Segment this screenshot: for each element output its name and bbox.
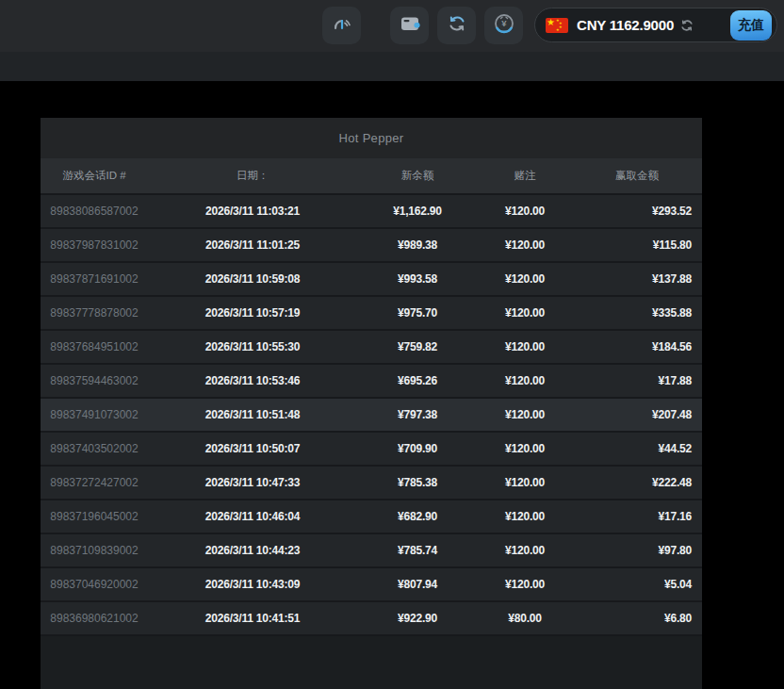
cell-bet: ¥120.00 bbox=[478, 194, 572, 228]
cell-bet: ¥120.00 bbox=[478, 567, 572, 601]
wallet-button[interactable] bbox=[390, 7, 429, 44]
cell-date: 2026/3/11 11:01:25 bbox=[148, 228, 357, 262]
col-header-win-amount: 赢取金额 bbox=[572, 158, 702, 194]
table-row: 898371098390022026/3/11 10:44:23¥785.74¥… bbox=[41, 533, 702, 567]
cell-bet: ¥120.00 bbox=[478, 500, 572, 533]
cell-date: 2026/3/11 10:41:51 bbox=[148, 601, 357, 635]
header-row: 游戏会话ID # 日期： 新余额 赌注 赢取金额 bbox=[41, 158, 702, 194]
cell-session-id: 89837272427002 bbox=[41, 466, 148, 500]
col-header-date: 日期： bbox=[148, 158, 357, 194]
cell-new-balance: ¥785.38 bbox=[357, 466, 478, 500]
cell-date: 2026/3/11 11:03:21 bbox=[148, 194, 357, 228]
cell-new-balance: ¥797.38 bbox=[357, 398, 478, 432]
cell-new-balance: ¥695.26 bbox=[357, 364, 478, 398]
balance-amount: CNY 1162.9000 bbox=[577, 17, 674, 33]
table-row: 898374910730022026/3/11 10:51:48¥797.38¥… bbox=[41, 398, 702, 432]
currency-exchange-button[interactable]: ¥ bbox=[484, 7, 523, 44]
cell-date: 2026/3/11 10:50:07 bbox=[148, 432, 357, 466]
cell-new-balance: ¥759.82 bbox=[357, 330, 478, 364]
table-row: 898380865870022026/3/11 11:03:21¥1,162.9… bbox=[41, 194, 702, 228]
game-history-panel: Hot Pepper 游戏会话ID # 日期： 新余额 赌注 赢取金额 8983… bbox=[41, 118, 702, 689]
speed-gauge-button[interactable] bbox=[322, 7, 361, 44]
cell-win-amount: ¥97.80 bbox=[572, 533, 702, 567]
cell-session-id: 89837778878002 bbox=[41, 296, 148, 330]
cell-bet: ¥120.00 bbox=[478, 398, 572, 432]
cell-session-id: 89837046920002 bbox=[41, 567, 148, 601]
cell-date: 2026/3/11 10:43:09 bbox=[148, 567, 357, 601]
cell-bet: ¥120.00 bbox=[478, 533, 572, 567]
cell-new-balance: ¥709.90 bbox=[357, 432, 478, 466]
cell-bet: ¥120.00 bbox=[478, 364, 572, 398]
table-row: 898375944630022026/3/11 10:53:46¥695.26¥… bbox=[41, 364, 702, 398]
table-body: 898380865870022026/3/11 11:03:21¥1,162.9… bbox=[41, 194, 702, 635]
cell-new-balance: ¥785.74 bbox=[357, 533, 478, 567]
cell-session-id: 89837871691002 bbox=[41, 262, 148, 296]
wallet-icon bbox=[399, 12, 421, 39]
cell-session-id: 89837491073002 bbox=[41, 398, 148, 432]
table-row: 898376849510022026/3/11 10:55:30¥759.82¥… bbox=[41, 330, 702, 364]
cell-session-id: 89836980621002 bbox=[41, 601, 148, 635]
svg-text:¥: ¥ bbox=[501, 18, 507, 28]
col-header-session-id: 游戏会话ID # bbox=[41, 158, 148, 194]
cell-date: 2026/3/11 10:57:19 bbox=[148, 296, 357, 330]
refresh-button[interactable] bbox=[437, 7, 476, 44]
col-header-bet: 赌注 bbox=[478, 158, 572, 194]
balance-widget: ★ ★★ ★★ CNY 1162.9000 充值 bbox=[534, 8, 777, 42]
china-flag-icon: ★ ★★ ★★ bbox=[546, 18, 568, 33]
cell-new-balance: ¥993.58 bbox=[357, 262, 478, 296]
cell-date: 2026/3/11 10:44:23 bbox=[148, 533, 357, 567]
table-row: 898369806210022026/3/11 10:41:51¥922.90¥… bbox=[41, 601, 702, 635]
secondary-bar bbox=[0, 52, 784, 81]
cell-session-id: 89837109839002 bbox=[41, 533, 148, 567]
cell-session-id: 89838086587002 bbox=[41, 194, 148, 228]
top-bar: ¥ ★ ★★ ★★ CNY 1162.9000 充值 bbox=[0, 0, 784, 52]
cell-new-balance: ¥989.38 bbox=[357, 228, 478, 262]
cell-win-amount: ¥17.16 bbox=[572, 500, 702, 533]
cell-win-amount: ¥184.56 bbox=[572, 330, 702, 364]
recharge-button[interactable]: 充值 bbox=[730, 10, 772, 41]
refresh-icon bbox=[446, 12, 468, 39]
balance-refresh-icon[interactable] bbox=[679, 18, 694, 33]
history-table: 游戏会话ID # 日期： 新余额 赌注 赢取金额 898380865870022… bbox=[41, 158, 702, 636]
cell-date: 2026/3/11 10:51:48 bbox=[148, 398, 357, 432]
cell-win-amount: ¥293.52 bbox=[572, 194, 702, 228]
cell-date: 2026/3/11 10:53:46 bbox=[148, 364, 357, 398]
cell-bet: ¥120.00 bbox=[478, 432, 572, 466]
cell-date: 2026/3/11 10:47:33 bbox=[148, 466, 357, 500]
speed-gauge-icon bbox=[330, 11, 354, 40]
cell-bet: ¥120.00 bbox=[478, 466, 572, 500]
cell-session-id: 89837594463002 bbox=[41, 364, 148, 398]
cell-session-id: 89837684951002 bbox=[41, 330, 148, 364]
cell-bet: ¥120.00 bbox=[478, 330, 572, 364]
table-row: 898370469200022026/3/11 10:43:09¥807.94¥… bbox=[41, 567, 702, 601]
cell-date: 2026/3/11 10:55:30 bbox=[148, 330, 357, 364]
cell-session-id: 89837196045002 bbox=[41, 500, 148, 533]
cell-win-amount: ¥137.88 bbox=[572, 262, 702, 296]
cell-date: 2026/3/11 10:46:04 bbox=[148, 500, 357, 533]
page: ¥ ★ ★★ ★★ CNY 1162.9000 充值 bbox=[0, 0, 784, 689]
cell-new-balance: ¥807.94 bbox=[357, 567, 478, 601]
panel-title: Hot Pepper bbox=[41, 118, 702, 158]
cell-session-id: 89837987831002 bbox=[41, 228, 148, 262]
table-row: 898374035020022026/3/11 10:50:07¥709.90¥… bbox=[41, 432, 702, 466]
currency-exchange-icon: ¥ bbox=[492, 11, 516, 40]
cell-new-balance: ¥1,162.90 bbox=[357, 194, 478, 228]
table-row: 898372724270022026/3/11 10:47:33¥785.38¥… bbox=[41, 466, 702, 500]
cell-bet: ¥120.00 bbox=[478, 296, 572, 330]
cell-bet: ¥120.00 bbox=[478, 228, 572, 262]
table-row: 898371960450022026/3/11 10:46:04¥682.90¥… bbox=[41, 500, 702, 533]
table-row: 898377788780022026/3/11 10:57:19¥975.70¥… bbox=[41, 296, 702, 330]
table-row: 898378716910022026/3/11 10:59:08¥993.58¥… bbox=[41, 262, 702, 296]
cell-win-amount: ¥335.88 bbox=[572, 296, 702, 330]
cell-session-id: 89837403502002 bbox=[41, 432, 148, 466]
cell-win-amount: ¥222.48 bbox=[572, 466, 702, 500]
cell-win-amount: ¥44.52 bbox=[572, 432, 702, 466]
cell-new-balance: ¥682.90 bbox=[357, 500, 478, 533]
cell-new-balance: ¥922.90 bbox=[357, 601, 478, 635]
cell-date: 2026/3/11 10:59:08 bbox=[148, 262, 357, 296]
cell-new-balance: ¥975.70 bbox=[357, 296, 478, 330]
cell-win-amount: ¥17.88 bbox=[572, 364, 702, 398]
cell-win-amount: ¥207.48 bbox=[572, 398, 702, 432]
cell-win-amount: ¥115.80 bbox=[572, 228, 702, 262]
cell-bet: ¥120.00 bbox=[478, 262, 572, 296]
